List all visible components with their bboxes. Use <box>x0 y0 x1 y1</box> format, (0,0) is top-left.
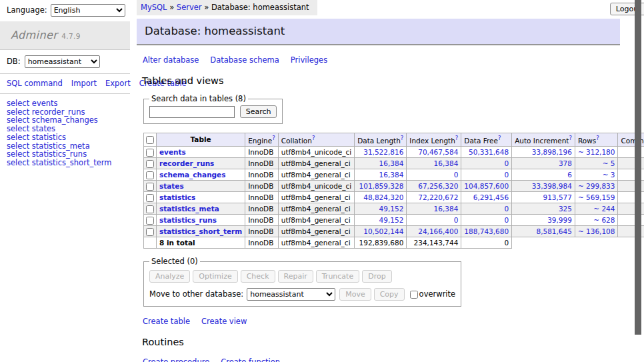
link-create-function[interactable]: Create function <box>221 357 280 362</box>
data-free-link-statistics[interactable]: 6,291,456 <box>473 193 509 201</box>
column-hint-link-rows[interactable]: ? <box>596 135 599 141</box>
sidebar-action-export[interactable]: Export <box>105 79 131 88</box>
row-checkbox-statistics_meta[interactable] <box>146 205 154 213</box>
move-button[interactable]: Move <box>339 288 371 301</box>
truncate-button[interactable]: Truncate <box>316 270 359 283</box>
column-hint-link-data-length[interactable]: ? <box>401 135 404 141</box>
column-hint-link-auto-increment[interactable]: ? <box>569 135 572 141</box>
total-index-length-cell: 234,143,744 <box>407 237 461 249</box>
select-link-statistics_short_term[interactable]: select <box>7 158 29 167</box>
scrollbar-thumb[interactable] <box>635 0 641 335</box>
db-label: DB: <box>7 57 21 66</box>
drop-button[interactable]: Drop <box>362 270 391 283</box>
auto-increment-link-schema_changes[interactable]: 6 <box>567 171 572 179</box>
check-button[interactable]: Check <box>241 270 275 283</box>
link-create-procedure[interactable]: Create procedure <box>143 357 209 362</box>
data-length-link-recorder_runs[interactable]: 16,384 <box>379 159 404 167</box>
data-free-link-schema_changes[interactable]: 0 <box>504 171 509 179</box>
data-length-link-statistics[interactable]: 48,824,320 <box>363 193 403 201</box>
data-length-link-statistics_runs[interactable]: 49,152 <box>379 216 404 224</box>
data-free-link-statistics_short_term[interactable]: 188,743,680 <box>464 227 509 235</box>
auto-increment-link-statistics_meta[interactable]: 325 <box>559 205 572 213</box>
data-free-link-events[interactable]: 50,331,648 <box>469 148 509 156</box>
index-length-link-events[interactable]: 70,467,584 <box>418 148 458 156</box>
repair-button[interactable]: Repair <box>278 270 313 283</box>
auto-increment-link-statistics_runs[interactable]: 39,999 <box>547 216 572 224</box>
row-checkbox-states[interactable] <box>146 183 154 191</box>
main-content: MySQL » Server » Database: homeassistant… <box>130 0 644 362</box>
data-free-link-statistics_runs[interactable]: 0 <box>504 216 509 224</box>
select-all-checkbox[interactable] <box>146 136 154 144</box>
language-select[interactable]: English <box>51 4 125 17</box>
index-length-link-schema_changes[interactable]: 0 <box>454 171 459 179</box>
data-free-link-states[interactable]: 104,857,600 <box>464 182 509 190</box>
table-link-statistics_meta[interactable]: statistics_meta <box>159 205 219 213</box>
row-checkbox-statistics_short_term[interactable] <box>146 228 154 236</box>
index-length-link-recorder_runs[interactable]: 16,384 <box>434 159 459 167</box>
rows-link-statistics_meta[interactable]: ~ 244 <box>593 205 615 213</box>
table-link-recorder_runs[interactable]: recorder_runs <box>159 159 214 167</box>
cell-auto-increment: 33,898,196 <box>512 147 575 158</box>
data-free-link-statistics_meta[interactable]: 0 <box>504 205 509 213</box>
link-privileges[interactable]: Privileges <box>291 55 327 65</box>
analyze-button[interactable]: Analyze <box>149 270 190 283</box>
optimize-button[interactable]: Optimize <box>193 270 237 283</box>
table-link-statistics[interactable]: statistics <box>159 193 195 201</box>
table-link-states[interactable]: states <box>159 182 184 190</box>
link-create-view[interactable]: Create view <box>201 317 247 326</box>
table-link-statistics_short_term[interactable]: statistics_short_term <box>159 227 242 235</box>
index-length-link-statistics_short_term[interactable]: 24,166,400 <box>418 227 458 235</box>
search-input[interactable] <box>149 106 235 118</box>
search-button[interactable]: Search <box>240 105 277 118</box>
brand-name[interactable]: Adminer <box>11 29 57 41</box>
auto-increment-link-states[interactable]: 33,398,984 <box>532 182 572 190</box>
row-checkbox-events[interactable] <box>146 149 154 157</box>
link-database-schema[interactable]: Database schema <box>210 55 279 65</box>
link-alter-database[interactable]: Alter database <box>143 55 199 65</box>
index-length-link-states[interactable]: 67,256,320 <box>418 182 458 190</box>
column-hint-link-data-free[interactable]: ? <box>498 135 501 141</box>
breadcrumb-item-server[interactable]: Server <box>177 3 202 12</box>
rows-link-states[interactable]: ~ 299,833 <box>578 182 615 190</box>
brand-version[interactable]: 4.7.9 <box>61 32 81 40</box>
row-checkbox-statistics[interactable] <box>146 194 154 202</box>
copy-button[interactable]: Copy <box>374 288 405 301</box>
rows-link-statistics[interactable]: ~ 569,159 <box>578 193 615 201</box>
overwrite-checkbox[interactable] <box>410 291 418 299</box>
column-hint-link-collation[interactable]: ? <box>312 135 315 141</box>
data-length-link-statistics_meta[interactable]: 49,152 <box>379 205 404 213</box>
sidebar-action-sql-command[interactable]: SQL command <box>7 79 63 88</box>
auto-increment-link-events[interactable]: 33,898,196 <box>532 148 572 156</box>
table-link-statistics_runs[interactable]: statistics_runs <box>159 216 217 224</box>
index-length-link-statistics[interactable]: 72,220,672 <box>418 193 458 201</box>
row-checkbox-schema_changes[interactable] <box>146 171 154 179</box>
data-free-link-recorder_runs[interactable]: 0 <box>504 159 509 167</box>
table-link-schema_changes[interactable]: schema_changes <box>159 171 226 179</box>
data-length-link-statistics_short_term[interactable]: 10,502,144 <box>363 227 403 235</box>
data-length-link-schema_changes[interactable]: 16,384 <box>379 171 404 179</box>
rows-link-statistics_short_term[interactable]: ~ 136,108 <box>578 227 615 235</box>
db-select[interactable]: homeassistant <box>25 55 100 68</box>
rows-link-recorder_runs[interactable]: ~ 5 <box>603 159 615 167</box>
column-hint-link-engine[interactable]: ? <box>272 135 275 141</box>
index-length-link-statistics_meta[interactable]: 16,384 <box>434 205 459 213</box>
row-checkbox-recorder_runs[interactable] <box>146 160 154 168</box>
data-length-link-events[interactable]: 31,522,816 <box>363 148 403 156</box>
table-link-events[interactable]: events <box>159 148 186 156</box>
auto-increment-link-statistics[interactable]: 913,577 <box>543 193 572 201</box>
sidebar-action-import[interactable]: Import <box>71 79 97 88</box>
link-create-table[interactable]: Create table <box>143 317 190 326</box>
breadcrumb-item-mysql[interactable]: MySQL <box>141 3 167 12</box>
rows-link-events[interactable]: ~ 312,180 <box>578 148 615 156</box>
row-checkbox-statistics_runs[interactable] <box>146 217 154 225</box>
auto-increment-link-statistics_short_term[interactable]: 8,581,645 <box>536 227 571 235</box>
column-hint-link-index-length[interactable]: ? <box>455 135 459 141</box>
sidebar-table-link-statistics_short_term[interactable]: statistics_short_term <box>32 158 112 167</box>
cell-rows: ~ 5 <box>575 158 618 169</box>
rows-link-statistics_runs[interactable]: ~ 628 <box>593 216 615 224</box>
rows-link-schema_changes[interactable]: ~ 3 <box>603 171 615 179</box>
auto-increment-link-recorder_runs[interactable]: 378 <box>559 159 572 167</box>
index-length-link-statistics_runs[interactable]: 0 <box>454 216 459 224</box>
move-database-select[interactable]: homeassistant <box>247 288 335 301</box>
data-length-link-states[interactable]: 101,859,328 <box>359 182 404 190</box>
